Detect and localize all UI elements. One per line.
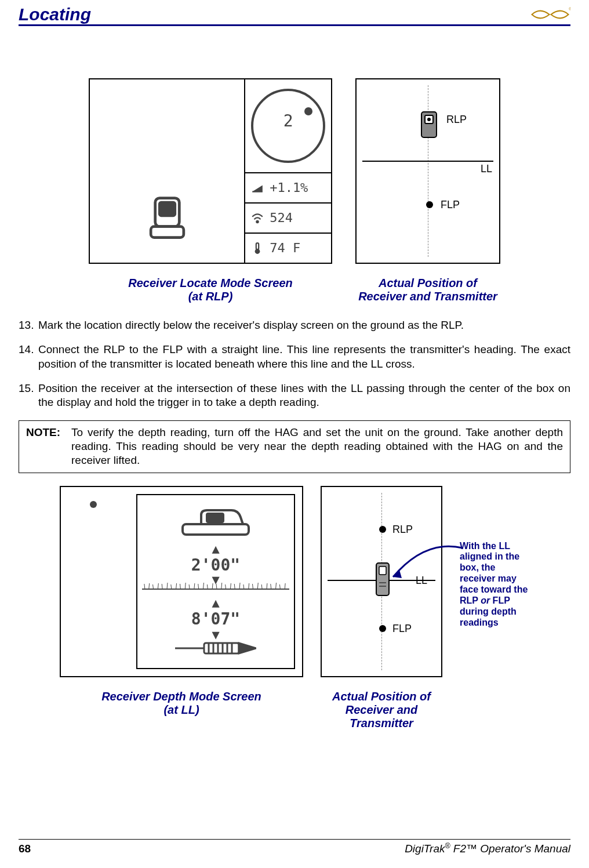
svg-line-21 bbox=[171, 584, 172, 589]
page-footer: 68 DigiTrak® F2™ Operator's Manual bbox=[19, 839, 570, 855]
svg-line-26 bbox=[194, 583, 195, 589]
depth-value-top: 2'00" bbox=[191, 557, 240, 573]
drill-head-icon bbox=[175, 640, 256, 659]
svg-line-16 bbox=[149, 583, 150, 589]
locate-line bbox=[362, 161, 493, 162]
svg-text:®: ® bbox=[569, 7, 570, 11]
brand-logo: ® bbox=[530, 6, 570, 23]
step-number: 13. bbox=[19, 318, 38, 332]
step-text: Mark the location directly below the rec… bbox=[38, 318, 570, 332]
receiver-marker-icon bbox=[416, 108, 442, 141]
up-arrow-icon: ▲ bbox=[212, 543, 219, 555]
step-text: Position the receiver at the intersectio… bbox=[38, 382, 570, 410]
svg-marker-55 bbox=[239, 643, 256, 653]
depth-mode-screen: ▲ 2'00" ▼ bbox=[60, 486, 303, 677]
fig1-cap-left-l2: (at RLP) bbox=[188, 290, 233, 303]
svg-rect-2 bbox=[159, 202, 174, 216]
signal-value: 524 bbox=[270, 212, 293, 224]
figure-2: ▲ 2'00" ▼ bbox=[19, 486, 570, 677]
temp-cell: 74 F bbox=[245, 234, 331, 263]
fig1-cap-right-l2: Receiver and Transmitter bbox=[358, 290, 497, 303]
svg-point-11 bbox=[427, 118, 431, 121]
fig1-cap-right-l1: Actual Position of bbox=[379, 277, 477, 289]
thermometer-icon bbox=[251, 242, 264, 255]
fig2-cap-left-l1: Receiver Depth Mode Screen bbox=[101, 690, 261, 703]
svg-line-45 bbox=[279, 584, 280, 589]
svg-line-18 bbox=[158, 583, 158, 589]
svg-line-29 bbox=[207, 584, 208, 589]
svg-line-35 bbox=[234, 584, 235, 589]
page-header: Locating ® bbox=[19, 5, 570, 26]
svg-line-19 bbox=[162, 584, 162, 589]
figure-1: 2 +1.1% 524 bbox=[19, 78, 570, 264]
svg-line-22 bbox=[176, 583, 177, 589]
instruction-steps: 13. Mark the location directly below the… bbox=[19, 318, 570, 410]
section-title: Locating bbox=[19, 5, 91, 24]
dial-position-dot bbox=[304, 107, 312, 115]
step-15: 15. Position the receiver at the interse… bbox=[19, 382, 570, 410]
svg-line-31 bbox=[216, 584, 217, 589]
svg-rect-3 bbox=[151, 227, 184, 238]
svg-line-27 bbox=[198, 584, 199, 589]
callout-arrow-icon bbox=[384, 536, 466, 589]
signal-cell: 524 bbox=[245, 204, 331, 234]
callout-or: or bbox=[481, 595, 490, 605]
receiver-top-icon bbox=[140, 194, 195, 245]
svg-marker-4 bbox=[252, 186, 263, 192]
temp-value: 74 F bbox=[270, 242, 300, 255]
svg-line-46 bbox=[285, 583, 285, 589]
actual-position-1: RLP LL FLP bbox=[355, 78, 500, 264]
dial-value: 2 bbox=[253, 113, 323, 129]
svg-line-44 bbox=[276, 583, 277, 589]
svg-line-34 bbox=[230, 583, 231, 589]
depth-value-bottom: 8'07" bbox=[191, 611, 240, 627]
ground-line-icon bbox=[142, 582, 289, 590]
figure-1-captions: Receiver Locate Mode Screen (at RLP) Act… bbox=[19, 277, 570, 303]
locate-mode-screen: 2 +1.1% 524 bbox=[89, 78, 332, 264]
flp-label: FLP bbox=[441, 199, 460, 210]
svg-point-6 bbox=[256, 221, 258, 223]
fig1-cap-left-l1: Receiver Locate Mode Screen bbox=[128, 277, 292, 289]
note-text: To verify the depth reading, turn off th… bbox=[71, 426, 563, 468]
fig2-cap-right-l2: Receiver and Transmitter bbox=[346, 703, 418, 729]
svg-line-43 bbox=[271, 584, 271, 589]
note-box: NOTE: To verify the depth reading, turn … bbox=[19, 420, 570, 473]
svg-line-20 bbox=[167, 583, 168, 589]
svg-line-37 bbox=[243, 584, 244, 589]
svg-rect-13 bbox=[207, 514, 223, 522]
step-13: 13. Mark the location directly below the… bbox=[19, 318, 570, 332]
fig2-cap-left-l2: (at LL) bbox=[163, 703, 199, 716]
step-number: 15. bbox=[19, 382, 38, 410]
svg-line-25 bbox=[189, 584, 190, 589]
figure-2-captions: Receiver Depth Mode Screen (at LL) Actua… bbox=[19, 690, 570, 730]
flp-dot bbox=[426, 201, 433, 208]
svg-line-41 bbox=[261, 584, 262, 589]
svg-line-15 bbox=[144, 584, 145, 589]
flp-label: FLP bbox=[392, 623, 412, 634]
rlp-dot bbox=[379, 526, 386, 533]
flp-dot bbox=[379, 625, 386, 632]
svg-line-32 bbox=[221, 583, 222, 589]
svg-line-30 bbox=[212, 583, 213, 589]
pitch-cell: +1.1% bbox=[245, 173, 331, 204]
svg-line-17 bbox=[153, 584, 154, 589]
svg-line-39 bbox=[253, 584, 253, 589]
svg-rect-12 bbox=[183, 524, 249, 535]
step-text: Connect the RLP to the FLP with a straig… bbox=[38, 343, 570, 371]
step-number: 14. bbox=[19, 343, 38, 371]
svg-line-38 bbox=[249, 583, 249, 589]
svg-line-24 bbox=[185, 583, 186, 589]
pitch-icon bbox=[251, 181, 264, 194]
svg-rect-7 bbox=[256, 243, 259, 249]
svg-line-40 bbox=[257, 583, 258, 589]
svg-line-33 bbox=[226, 584, 226, 589]
wifi-icon bbox=[251, 212, 264, 224]
page-number: 68 bbox=[19, 842, 31, 855]
receiver-side-icon bbox=[178, 507, 253, 541]
pitch-value: +1.1% bbox=[270, 181, 308, 194]
target-dot bbox=[90, 501, 97, 508]
note-label: NOTE: bbox=[26, 426, 63, 468]
rlp-label: RLP bbox=[392, 524, 413, 535]
svg-line-36 bbox=[239, 583, 240, 589]
svg-point-8 bbox=[255, 249, 260, 254]
